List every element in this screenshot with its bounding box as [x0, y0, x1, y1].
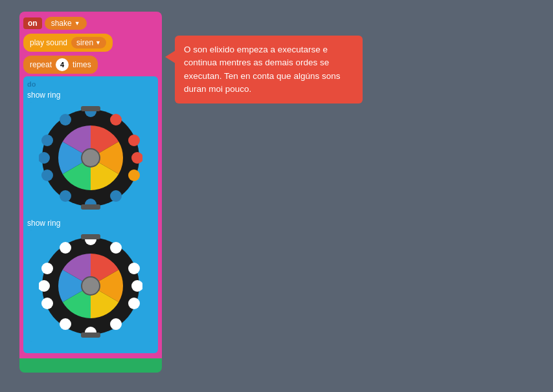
- ring-container-2: [27, 230, 154, 342]
- ring-svg-1: [39, 106, 142, 210]
- svg-point-4: [128, 135, 140, 146]
- play-sound-block[interactable]: play sound siren ▼: [23, 34, 113, 52]
- siren-label: siren: [76, 38, 93, 47]
- svg-point-20: [128, 263, 140, 274]
- tooltip-box: O son elixido empeza a executarse e cont…: [175, 36, 363, 103]
- repeat-label: repeat: [30, 60, 52, 69]
- svg-point-17: [82, 277, 100, 295]
- do-block: do show ring: [23, 76, 158, 353]
- svg-point-13: [60, 114, 71, 125]
- green-bottom-accent: [19, 358, 162, 373]
- ring-container-1: [27, 102, 154, 213]
- svg-point-29: [60, 242, 71, 254]
- show-ring-label-2: show ring: [27, 219, 154, 228]
- svg-point-6: [128, 169, 140, 181]
- do-label: do: [27, 80, 154, 88]
- svg-point-22: [128, 298, 140, 309]
- svg-rect-30: [81, 234, 100, 239]
- tooltip-text: O son elixido empeza a executarse e cont…: [184, 45, 340, 94]
- svg-point-10: [41, 169, 53, 181]
- on-label: on: [23, 17, 42, 29]
- ring-display-2[interactable]: [39, 234, 142, 338]
- svg-point-25: [60, 318, 71, 330]
- svg-point-26: [41, 298, 53, 309]
- sound-name-dropdown[interactable]: siren ▼: [71, 37, 106, 49]
- tooltip-arrow: [165, 50, 175, 63]
- ring-svg-2: [39, 234, 142, 338]
- siren-dropdown-icon: ▼: [95, 39, 101, 46]
- svg-rect-15: [81, 204, 100, 210]
- svg-point-9: [60, 190, 71, 202]
- svg-point-3: [110, 114, 122, 125]
- shake-label: shake: [51, 19, 72, 28]
- svg-point-23: [110, 318, 122, 330]
- svg-point-19: [110, 242, 122, 254]
- times-label: times: [73, 60, 91, 69]
- ring-display-1[interactable]: [39, 106, 142, 210]
- repeat-number[interactable]: 4: [56, 58, 69, 71]
- play-sound-label: play sound: [30, 38, 67, 47]
- main-block-container: on shake ▼ play sound siren ▼ repeat 4 t…: [19, 12, 162, 365]
- svg-point-7: [110, 190, 122, 202]
- svg-point-1: [82, 149, 100, 167]
- svg-rect-31: [81, 332, 100, 338]
- svg-rect-14: [81, 106, 100, 111]
- shake-block[interactable]: shake ▼: [45, 17, 87, 30]
- shake-dropdown-icon: ▼: [74, 20, 80, 27]
- show-ring-label-1: show ring: [27, 91, 154, 100]
- repeat-block: repeat 4 times: [23, 56, 98, 74]
- svg-point-12: [41, 135, 53, 146]
- on-shake-row: on shake ▼: [23, 17, 158, 30]
- svg-point-28: [41, 263, 53, 274]
